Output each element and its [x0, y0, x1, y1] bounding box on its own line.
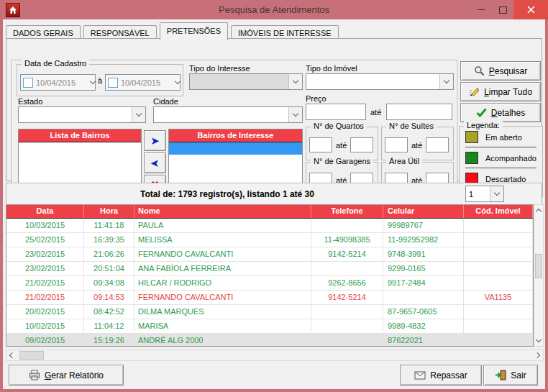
arrow-right-icon: ➤: [150, 135, 160, 146]
close-button[interactable]: [513, 0, 548, 19]
add-bairro-button[interactable]: ➤: [144, 130, 166, 151]
date-range-a-label: à: [98, 76, 102, 85]
table-row[interactable]: 25/02/201516:39:35MELISSA11-4909838511-9…: [6, 233, 533, 247]
limpar-tudo-button[interactable]: Limpar Tudo: [460, 82, 541, 101]
date-to-checkbox[interactable]: [108, 78, 118, 88]
titlebar: Pesquisa de Atendimentos: [0, 0, 548, 19]
vscroll-thumb[interactable]: [535, 254, 542, 278]
cell-nome: PAULA: [134, 219, 311, 233]
remove-bairro-button[interactable]: ➤: [144, 152, 166, 173]
scroll-left-button[interactable]: [6, 350, 18, 360]
table-row[interactable]: 23/02/201520:51:04ANA FABÍOLA FERREIRA92…: [6, 262, 533, 276]
tipo-imovel-select[interactable]: [306, 73, 454, 90]
table-row[interactable]: 09/02/201515:19:26ANDRÉ ALG 200087622021: [6, 334, 533, 347]
acompanhado-swatch: [465, 152, 478, 164]
cell-data: 23/02/2015: [6, 247, 84, 262]
scroll-right-button[interactable]: [531, 350, 543, 360]
col-header-cod-imovel[interactable]: Cód. Imóvel: [464, 205, 533, 218]
detalhes-button[interactable]: Detalhes: [460, 103, 541, 122]
preco-to-input[interactable]: [386, 104, 452, 120]
col-header-telefone[interactable]: Telefone: [311, 205, 383, 218]
estado-label: Estado: [18, 97, 42, 106]
pesquisar-button[interactable]: Pesquisar: [460, 61, 541, 81]
col-header-nome[interactable]: Nome: [134, 205, 311, 218]
tab-strip: DADOS GERAIS RESPONSÁVEL PRETENSÕES IMÓV…: [6, 22, 542, 39]
date-to-combo[interactable]: 10/04/2015: [105, 74, 181, 91]
dropdown-arrow-button[interactable]: [132, 107, 145, 122]
table-vscrollbar[interactable]: [534, 204, 544, 347]
app-window: Pesquisa de Atendimentos DADOS GERAIS RE…: [0, 0, 548, 392]
cell-data: 09/02/2015: [6, 334, 84, 347]
cell-nome: ANA FABÍOLA FERREIRA: [134, 262, 311, 276]
legenda-title: Legenda:: [464, 121, 503, 129]
repassar-button[interactable]: Repassar: [400, 365, 482, 386]
preco-from-input[interactable]: [306, 104, 366, 120]
cell-nome: HILCAR / RODRIGO: [134, 276, 311, 291]
cidade-select[interactable]: [153, 106, 303, 123]
printer-icon: [29, 370, 40, 380]
chevron-down-icon: [175, 78, 181, 84]
gerar-relatorio-button[interactable]: Gerar Relatório: [9, 365, 124, 386]
cell-celular: 9989-4832: [383, 319, 464, 334]
cell-data: 23/02/2015: [6, 262, 84, 276]
sair-button[interactable]: Sair: [483, 365, 538, 386]
date-to-value: 10/04/2015: [118, 78, 175, 87]
cell-cod: VA1135: [464, 291, 533, 305]
dropdown-arrow-button[interactable]: [439, 74, 453, 89]
tab-pretensoes[interactable]: PRETENSÕES: [160, 22, 228, 40]
dropdown-arrow-button[interactable]: [288, 74, 302, 89]
quartos-from-input[interactable]: [309, 137, 332, 152]
close-icon: [527, 6, 535, 14]
col-header-hora[interactable]: Hora: [84, 205, 134, 218]
tab-page-pretensoes: Data de Cadastro 10/04/2015 à 10/04/2015…: [6, 38, 542, 181]
scroll-down-button[interactable]: [534, 335, 543, 346]
col-header-data[interactable]: Data: [6, 205, 84, 218]
minimize-button[interactable]: [470, 0, 492, 19]
cell-hora: 11:41:18: [84, 219, 134, 233]
preco-label: Preço: [306, 94, 326, 103]
date-from-combo[interactable]: 10/04/2015: [20, 74, 96, 91]
cell-data: 25/02/2015: [6, 233, 84, 247]
cell-nome: FERNANDO CAVALCANTI: [134, 291, 311, 305]
dropdown-arrow-button[interactable]: [490, 186, 503, 201]
dropdown-arrow-button[interactable]: [288, 107, 302, 122]
hscroll-thumb[interactable]: [19, 351, 44, 360]
lista-bairros-body[interactable]: [19, 142, 141, 184]
data-cadastro-label: Data de Cadastro: [22, 59, 89, 68]
search-icon: [474, 65, 485, 76]
cell-cod: [464, 305, 533, 319]
quartos-groupbox: N° de Quartos até: [306, 127, 378, 160]
table-header: Data Hora Nome Telefone Celular Cód. Imó…: [6, 205, 533, 219]
selected-row-highlight[interactable]: [169, 142, 302, 155]
table-row[interactable]: 21/02/201509:34:08HILCAR / RODRIGO9262-8…: [6, 276, 533, 291]
col-header-celular[interactable]: Celular: [383, 205, 464, 218]
estado-select[interactable]: [18, 106, 146, 123]
cell-telefone: 9262-8656: [311, 276, 383, 291]
window-title: Pesquisa de Atendimentos: [0, 4, 548, 15]
table-row[interactable]: 10/02/201511:04:12MARISA9989-4832: [6, 319, 533, 334]
date-from-checkbox[interactable]: [23, 78, 33, 88]
garagens-label: N° de Garagens: [311, 157, 373, 165]
legend-item-em-aberto: Em aberto: [460, 127, 542, 147]
table-row[interactable]: 21/02/201509:14:53FERNANDO CAVALCANTI914…: [6, 291, 533, 305]
bairros-interesse-body[interactable]: [169, 142, 302, 184]
preco-ate-label: até: [370, 108, 381, 117]
table-row[interactable]: 10/03/201511:41:18PAULA99989767: [6, 219, 533, 233]
cell-celular: 9917-2484: [383, 276, 464, 291]
maximize-button[interactable]: [492, 0, 513, 19]
cell-data: 10/03/2015: [6, 219, 84, 233]
cell-celular: 99989767: [383, 219, 464, 233]
tipo-interesse-select[interactable]: [189, 73, 303, 90]
table-row[interactable]: 23/02/201521:06:26FERNANDO CAVALCANTI914…: [6, 247, 533, 262]
suites-to-input[interactable]: [426, 137, 449, 152]
cell-telefone: 9142-5214: [311, 247, 383, 262]
em-aberto-swatch: [465, 131, 478, 143]
quartos-to-input[interactable]: [350, 137, 373, 152]
suites-from-input[interactable]: [385, 137, 408, 152]
table-row[interactable]: 20/02/201508:42:52DILMA MARQUES87-9657-0…: [6, 305, 533, 319]
page-select[interactable]: 1: [465, 186, 504, 202]
cell-cod: [464, 334, 533, 347]
scroll-up-button[interactable]: [534, 205, 543, 216]
table-hscrollbar[interactable]: [6, 350, 544, 361]
cell-cod: [464, 219, 533, 233]
